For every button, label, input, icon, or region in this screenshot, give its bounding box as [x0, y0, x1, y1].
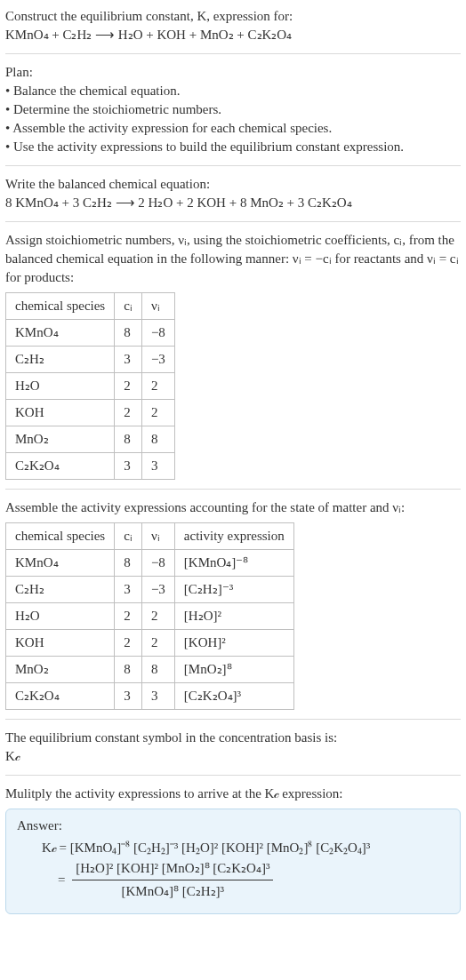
cell-species: KOH: [6, 630, 115, 657]
plan-bullet: • Balance the chemical equation.: [5, 84, 180, 98]
cell-ci: 3: [115, 683, 142, 710]
plan-block: Plan: • Balance the chemical equation. •…: [5, 63, 461, 156]
cell-ci: 2: [115, 373, 142, 400]
cell-vi: 8: [141, 657, 174, 683]
balanced-block: Write the balanced chemical equation: 8 …: [5, 175, 461, 212]
table-row: H₂O 2 2: [6, 373, 175, 400]
cell-vi: 2: [141, 400, 174, 426]
divider: [5, 221, 461, 222]
cell-ci: 2: [115, 630, 142, 657]
plan-bullet: • Determine the stoichiometric numbers.: [5, 102, 221, 116]
cell-species: H₂O: [6, 603, 115, 630]
cell-ci: 3: [115, 347, 142, 373]
kc-symbol: K𝒸: [5, 749, 20, 763]
table-row: KMnO₄ 8 −8 [KMnO₄]⁻⁸: [6, 550, 294, 577]
cell-species: H₂O: [6, 373, 115, 400]
cell-ci: 2: [115, 400, 142, 426]
fraction-numerator: [H₂O]² [KOH]² [MnO₂]⁸ [C₂K₂O₄]³: [72, 859, 273, 880]
cell-ci: 3: [115, 577, 142, 603]
divider: [5, 775, 461, 776]
activity-table: chemical species cᵢ νᵢ activity expressi…: [5, 522, 294, 710]
activity-text: Assemble the activity expressions accoun…: [5, 498, 461, 517]
table-row: MnO₂ 8 8: [6, 426, 175, 453]
cell-vi: −3: [141, 577, 174, 603]
plan-bullet: • Use the activity expressions to build …: [5, 139, 404, 154]
stoich-text: Assign stoichiometric numbers, νᵢ, using…: [5, 231, 461, 287]
table-header: chemical species: [6, 293, 115, 320]
table-header: νᵢ: [141, 293, 174, 320]
cell-vi: 3: [141, 453, 174, 480]
table-row: C₂K₂O₄ 3 3: [6, 453, 175, 480]
document-root: Construct the equilibrium constant, K, e…: [0, 0, 466, 932]
answer-fraction: [H₂O]² [KOH]² [MnO₂]⁸ [C₂K₂O₄]³ [KMnO₄]⁸…: [72, 859, 273, 901]
answer-box: Answer: K𝒸 = [KMnO₄]⁻⁸ [C₂H₂]⁻³ [H₂O]² […: [5, 809, 461, 914]
cell-vi: −3: [141, 347, 174, 373]
table-row: C₂H₂ 3 −3: [6, 347, 175, 373]
answer-frac-line: = [H₂O]² [KOH]² [MnO₂]⁸ [C₂K₂O₄]³ [KMnO₄…: [42, 859, 449, 901]
table-row: C₂K₂O₄ 3 3 [C₂K₂O₄]³: [6, 683, 294, 710]
cell-vi: −8: [141, 320, 174, 347]
answer-equals: =: [42, 871, 65, 889]
fraction-denominator: [KMnO₄]⁸ [C₂H₂]³: [72, 880, 273, 901]
multiply-text: Mulitply the activity expressions to arr…: [5, 785, 461, 803]
cell-vi: −8: [141, 550, 174, 577]
cell-ci: 3: [115, 453, 142, 480]
divider: [5, 719, 461, 720]
cell-species: C₂H₂: [6, 347, 115, 373]
divider: [5, 165, 461, 166]
table-row: KOH 2 2 [KOH]²: [6, 630, 294, 657]
plan-bullet: • Assemble the activity expression for e…: [5, 121, 332, 135]
cell-species: C₂K₂O₄: [6, 453, 115, 480]
balanced-equation: 8 KMnO₄ + 3 C₂H₂ ⟶ 2 H₂O + 2 KOH + 8 MnO…: [5, 195, 352, 210]
table-header: νᵢ: [141, 523, 174, 550]
table-header: cᵢ: [115, 523, 142, 550]
kc-block: The equilibrium constant symbol in the c…: [5, 729, 461, 766]
kc-line1: The equilibrium constant symbol in the c…: [5, 730, 337, 745]
unbalanced-equation: KMnO₄ + C₂H₂ ⟶ H₂O + KOH + MnO₂ + C₂K₂O₄: [5, 28, 292, 42]
cell-ci: 8: [115, 657, 142, 683]
balanced-heading: Write the balanced chemical equation:: [5, 177, 210, 191]
cell-activity: [KMnO₄]⁻⁸: [174, 550, 293, 577]
table-row: H₂O 2 2 [H₂O]²: [6, 603, 294, 630]
table-header: activity expression: [174, 523, 293, 550]
answer-label: Answer:: [17, 817, 449, 835]
cell-species: KMnO₄: [6, 550, 115, 577]
cell-activity: [KOH]²: [174, 630, 293, 657]
cell-vi: 2: [141, 603, 174, 630]
cell-activity: [MnO₂]⁸: [174, 657, 293, 683]
cell-ci: 2: [115, 603, 142, 630]
plan-heading: Plan:: [5, 65, 33, 79]
table-row: C₂H₂ 3 −3 [C₂H₂]⁻³: [6, 577, 294, 603]
cell-species: MnO₂: [6, 657, 115, 683]
cell-species: C₂K₂O₄: [6, 683, 115, 710]
answer-expression: K𝒸 = [KMnO₄]⁻⁸ [C₂H₂]⁻³ [H₂O]² [KOH]² [M…: [17, 839, 449, 901]
intro-block: Construct the equilibrium constant, K, e…: [5, 7, 461, 44]
divider: [5, 489, 461, 490]
table-header: cᵢ: [115, 293, 142, 320]
cell-species: MnO₂: [6, 426, 115, 453]
table-row: KMnO₄ 8 −8: [6, 320, 175, 347]
cell-species: KOH: [6, 400, 115, 426]
cell-species: KMnO₄: [6, 320, 115, 347]
cell-activity: [C₂K₂O₄]³: [174, 683, 293, 710]
table-row: KOH 2 2: [6, 400, 175, 426]
cell-activity: [H₂O]²: [174, 603, 293, 630]
table-row: MnO₂ 8 8 [MnO₂]⁸: [6, 657, 294, 683]
cell-species: C₂H₂: [6, 577, 115, 603]
cell-vi: 3: [141, 683, 174, 710]
cell-ci: 8: [115, 320, 142, 347]
cell-ci: 8: [115, 550, 142, 577]
table-header: chemical species: [6, 523, 115, 550]
cell-vi: 2: [141, 630, 174, 657]
intro-line1: Construct the equilibrium constant, K, e…: [5, 9, 293, 23]
stoich-table: chemical species cᵢ νᵢ KMnO₄ 8 −8 C₂H₂ 3…: [5, 292, 175, 480]
cell-vi: 2: [141, 373, 174, 400]
divider: [5, 53, 461, 54]
cell-ci: 8: [115, 426, 142, 453]
cell-activity: [C₂H₂]⁻³: [174, 577, 293, 603]
cell-vi: 8: [141, 426, 174, 453]
answer-flat-line: K𝒸 = [KMnO₄]⁻⁸ [C₂H₂]⁻³ [H₂O]² [KOH]² [M…: [42, 839, 449, 857]
